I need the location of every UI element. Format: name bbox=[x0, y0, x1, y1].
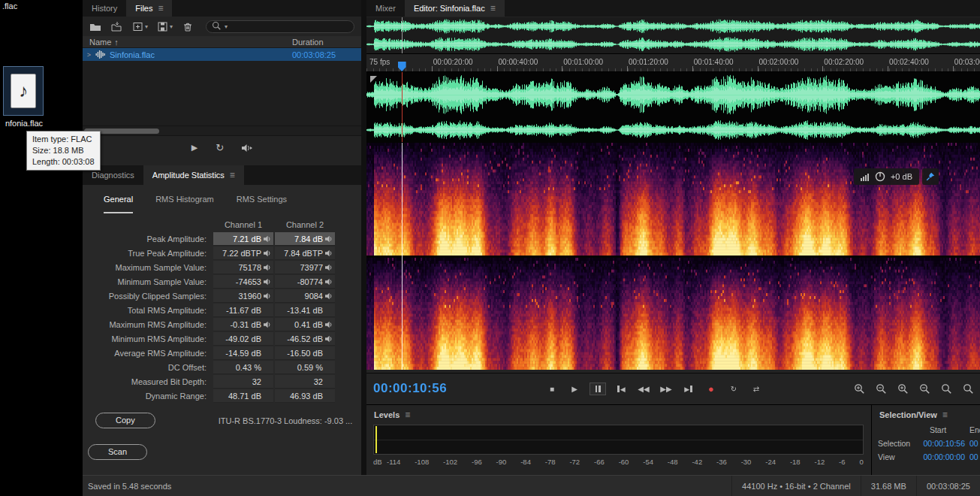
stat-value-ch1[interactable]: -14.59 dB bbox=[213, 346, 273, 360]
stat-value-ch2[interactable]: 7.84 dB bbox=[275, 232, 335, 246]
stat-value-ch2[interactable]: 9084 bbox=[275, 289, 335, 303]
play-sample-icon[interactable] bbox=[325, 278, 333, 286]
tab-mixer[interactable]: Mixer bbox=[366, 0, 405, 17]
stat-value-ch1[interactable]: -49.02 dB bbox=[213, 332, 273, 346]
stat-value-ch1[interactable]: 32 bbox=[213, 375, 273, 389]
subtab-rms-histogram[interactable]: RMS Histogram bbox=[155, 195, 214, 213]
play-sample-icon[interactable] bbox=[325, 335, 333, 343]
stat-value-ch2[interactable]: 7.84 dBTP bbox=[275, 246, 335, 260]
play-sample-icon[interactable] bbox=[264, 292, 271, 300]
preview-play-button[interactable]: ▶ bbox=[191, 143, 198, 153]
play-sample-icon[interactable] bbox=[325, 250, 333, 257]
delete-icon[interactable] bbox=[182, 22, 193, 32]
level-meter[interactable] bbox=[373, 425, 864, 455]
stat-value-ch1[interactable]: 7.22 dBTP bbox=[213, 246, 273, 260]
play-sample-icon[interactable] bbox=[264, 278, 271, 286]
stat-value-ch1[interactable]: -11.67 dB bbox=[213, 304, 273, 317]
zoom-to-selection-button[interactable] bbox=[941, 383, 952, 395]
play-sample-icon[interactable] bbox=[264, 250, 271, 257]
playhead-line[interactable] bbox=[402, 72, 403, 142]
stat-value-ch2[interactable]: -46.52 dB bbox=[275, 332, 335, 346]
copy-button[interactable]: Copy bbox=[95, 413, 155, 428]
timeline-ruler[interactable]: 75 fps 00:00:20:0000:00:40:0000:01:00:00… bbox=[366, 54, 980, 72]
play-button[interactable]: ▶ bbox=[567, 383, 582, 395]
file-list-header[interactable]: Name↑ Duration bbox=[83, 36, 361, 48]
tab-files[interactable]: Files≡ bbox=[126, 0, 172, 17]
pin-hud-button[interactable] bbox=[922, 168, 939, 185]
new-item-icon[interactable]: ▾ bbox=[133, 22, 148, 32]
zoom-out-amplitude-button[interactable] bbox=[919, 383, 930, 395]
end-time-value[interactable]: 00 bbox=[965, 452, 980, 461]
panel-menu-icon[interactable]: ≡ bbox=[158, 3, 163, 14]
name-column-header[interactable]: Name bbox=[89, 38, 111, 47]
duration-column-header[interactable]: Duration bbox=[292, 38, 361, 47]
waveform-channel2[interactable] bbox=[366, 118, 980, 142]
rewind-button[interactable]: ◀◀ bbox=[636, 383, 651, 395]
stat-value-ch2[interactable]: 73977 bbox=[275, 261, 335, 274]
panel-menu-icon[interactable]: ≡ bbox=[942, 410, 948, 420]
scan-button[interactable]: Scan bbox=[88, 444, 147, 460]
stat-value-ch1[interactable]: -0.31 dB bbox=[213, 318, 273, 331]
stat-value-ch1[interactable]: -74653 bbox=[213, 275, 273, 289]
skip-to-end-button[interactable]: ▶ bbox=[681, 383, 696, 395]
tab-editor[interactable]: Editor: Sinfonia.flac≡ bbox=[405, 0, 505, 17]
start-time-value[interactable]: 00:00:00:00 bbox=[911, 452, 965, 461]
desktop-file-icon[interactable]: ♪ bbox=[3, 66, 44, 116]
preview-loop-button[interactable]: ↻ bbox=[216, 142, 224, 153]
stat-value-ch1[interactable]: 48.71 dB bbox=[213, 389, 273, 403]
play-sample-icon[interactable] bbox=[264, 235, 271, 243]
horizontal-scrollbar[interactable] bbox=[83, 126, 361, 135]
stat-value-ch2[interactable]: -80774 bbox=[275, 275, 335, 289]
stat-value-ch2[interactable]: 0.59 % bbox=[275, 361, 335, 374]
pause-button[interactable] bbox=[590, 383, 606, 395]
spectrogram-channel1[interactable] bbox=[366, 143, 980, 256]
stat-value-ch2[interactable]: 46.93 dB bbox=[275, 389, 335, 403]
overview-waveform-canvas[interactable] bbox=[366, 17, 980, 54]
playhead-line[interactable] bbox=[402, 17, 403, 53]
loop-playback-button[interactable]: ↻ bbox=[726, 383, 741, 395]
zoom-in-time-button[interactable] bbox=[854, 383, 865, 395]
clip-corner-handle[interactable] bbox=[370, 76, 377, 83]
stat-value-ch2[interactable]: -13.41 dB bbox=[275, 304, 335, 317]
gain-knob-icon[interactable] bbox=[875, 171, 885, 182]
play-sample-icon[interactable] bbox=[325, 321, 333, 328]
play-sample-icon[interactable] bbox=[264, 264, 271, 271]
panel-menu-icon[interactable]: ≡ bbox=[405, 410, 410, 420]
subtab-general[interactable]: General bbox=[104, 195, 133, 213]
auto-play-button[interactable] bbox=[242, 144, 252, 153]
stat-value-ch2[interactable]: 32 bbox=[275, 375, 335, 389]
panel-divider[interactable] bbox=[361, 0, 366, 475]
stat-value-ch1[interactable]: 75178 bbox=[213, 261, 273, 274]
start-time-value[interactable]: 00:00:10:56 bbox=[911, 439, 965, 448]
panel-menu-icon[interactable]: ≡ bbox=[490, 3, 496, 14]
file-row[interactable]: >Sinfonia.flac00:03:08:25 bbox=[83, 48, 361, 61]
play-sample-icon[interactable] bbox=[325, 235, 333, 243]
waveform-channel1[interactable] bbox=[366, 72, 980, 117]
fast-forward-button[interactable]: ▶▶ bbox=[659, 383, 674, 395]
import-file-icon[interactable] bbox=[111, 22, 123, 32]
stop-button[interactable]: ■ bbox=[544, 383, 559, 395]
waveform-overview[interactable] bbox=[366, 17, 980, 54]
stat-value-ch2[interactable]: -16.50 dB bbox=[275, 346, 335, 360]
stat-value-ch1[interactable]: 31960 bbox=[213, 289, 273, 303]
search-options-chevron-icon[interactable]: ▾ bbox=[225, 23, 228, 30]
expand-chevron-icon[interactable]: > bbox=[83, 51, 95, 59]
search-input[interactable] bbox=[231, 22, 348, 31]
gain-hud[interactable]: +0 dB bbox=[854, 168, 919, 185]
zoom-full-button[interactable] bbox=[963, 383, 974, 395]
save-icon[interactable]: ▾ bbox=[158, 22, 173, 32]
stat-value-ch1[interactable]: 7.21 dB bbox=[213, 232, 273, 246]
panel-menu-icon[interactable]: ≡ bbox=[230, 170, 235, 180]
end-time-value[interactable]: 00 bbox=[965, 439, 980, 448]
record-button[interactable]: ● bbox=[704, 383, 719, 395]
zoom-in-amplitude-button[interactable] bbox=[897, 383, 909, 395]
stat-value-ch1[interactable]: 0.43 % bbox=[213, 361, 273, 374]
open-file-icon[interactable] bbox=[89, 22, 101, 32]
play-sample-icon[interactable] bbox=[264, 321, 271, 328]
spectrogram-channel2[interactable] bbox=[366, 258, 980, 370]
play-sample-icon[interactable] bbox=[325, 264, 333, 271]
stat-value-ch2[interactable]: 0.41 dB bbox=[275, 318, 335, 331]
skip-selection-button[interactable]: ⇄ bbox=[749, 383, 764, 395]
tab-history[interactable]: History bbox=[83, 0, 126, 17]
subtab-rms-settings[interactable]: RMS Settings bbox=[237, 195, 287, 213]
